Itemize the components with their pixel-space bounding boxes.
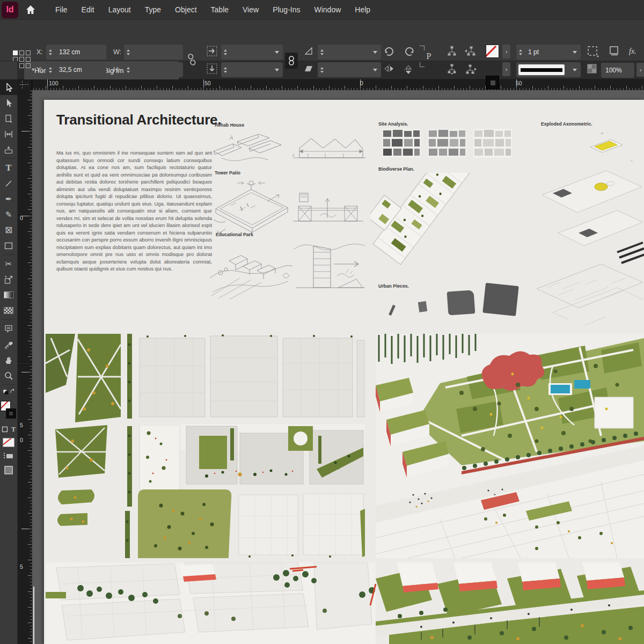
tool-gradient[interactable] bbox=[0, 287, 18, 303]
fill-color-swatch[interactable] bbox=[486, 45, 499, 58]
stroke-options-button[interactable]: › bbox=[502, 62, 510, 76]
sketch-tower-patio-section[interactable] bbox=[292, 190, 364, 228]
sketch-educational-park-section[interactable] bbox=[292, 238, 367, 298]
tool-line[interactable] bbox=[0, 175, 18, 191]
y-stepper[interactable] bbox=[46, 64, 55, 76]
sketch-tower-patio-axon[interactable] bbox=[209, 178, 292, 238]
document-page[interactable]: Transitional Architecture. Ma ius mi, qu… bbox=[44, 100, 644, 644]
stroke-style-field[interactable] bbox=[516, 62, 581, 77]
menu-edit[interactable]: Edit bbox=[75, 0, 101, 19]
label-exploded-axonometric[interactable]: Exploded Axonometric. bbox=[541, 121, 592, 127]
apply-none-button[interactable] bbox=[0, 435, 18, 449]
shear-stepper[interactable] bbox=[318, 64, 326, 76]
menu-plugins[interactable]: Plug-Ins bbox=[266, 0, 307, 19]
menu-help[interactable]: Help bbox=[348, 0, 377, 19]
rotation-angle-field[interactable] bbox=[318, 45, 381, 60]
opacity-field[interactable]: 100% bbox=[601, 63, 634, 78]
select-previous-object-button[interactable] bbox=[465, 46, 477, 56]
stroke-weight-field[interactable]: 1 pt bbox=[516, 45, 581, 60]
menu-file[interactable]: File bbox=[48, 0, 75, 19]
tool-gradient-feather[interactable] bbox=[0, 303, 18, 318]
label-rehab-house[interactable]: Rehab House bbox=[215, 122, 244, 128]
tool-gap[interactable] bbox=[0, 126, 18, 142]
view-options-icon[interactable] bbox=[0, 449, 18, 462]
opacity-value[interactable]: 100% bbox=[605, 67, 622, 74]
urban-piece-1[interactable] bbox=[389, 305, 396, 316]
opacity-icon[interactable] bbox=[587, 64, 597, 74]
home-icon[interactable] bbox=[21, 2, 40, 18]
select-content-down-button[interactable] bbox=[447, 64, 457, 75]
y-position-field[interactable]: 32,5 cm bbox=[46, 62, 106, 77]
swap-fill-stroke-icon[interactable] bbox=[0, 386, 18, 397]
y-value[interactable]: 32,5 cm bbox=[59, 66, 82, 74]
menu-view[interactable]: View bbox=[236, 0, 266, 19]
effects-button[interactable]: fx. bbox=[629, 47, 636, 56]
horizontal-ruler[interactable]: 100 50 0 50 bbox=[32, 79, 644, 90]
site-analysis-map-light[interactable] bbox=[473, 129, 512, 158]
label-biodiverse-plan[interactable]: Biodiverse Plan. bbox=[378, 166, 414, 172]
scale-x-stepper[interactable] bbox=[221, 46, 230, 58]
site-analysis-map-mid[interactable] bbox=[428, 129, 466, 158]
tool-pencil[interactable]: ✎ bbox=[0, 207, 18, 222]
tool-direct-selection[interactable] bbox=[0, 95, 18, 111]
vertical-ruler[interactable]: 0 5 0 5 bbox=[18, 90, 32, 644]
urban-piece-3[interactable] bbox=[447, 290, 475, 315]
tool-pen[interactable]: ✒ bbox=[0, 191, 18, 207]
ruler-origin-box[interactable] bbox=[18, 79, 32, 90]
shear-angle-field[interactable] bbox=[318, 62, 381, 77]
document-canvas[interactable]: Transitional Architecture. Ma ius mi, qu… bbox=[32, 90, 644, 644]
scale-x-field[interactable] bbox=[221, 45, 283, 60]
tool-zoom[interactable] bbox=[0, 368, 18, 383]
sketch-educational-park-axon[interactable] bbox=[208, 240, 294, 299]
menu-layout[interactable]: Layout bbox=[101, 0, 138, 19]
menu-object[interactable]: Object bbox=[168, 0, 203, 19]
opacity-options-button[interactable]: › bbox=[636, 63, 644, 77]
link-scale-button[interactable] bbox=[285, 53, 298, 69]
formatting-affects-text-icon[interactable]: T bbox=[11, 426, 16, 434]
menu-table[interactable]: Table bbox=[204, 0, 236, 19]
stroke-color-swatch[interactable] bbox=[486, 76, 499, 89]
indesign-logo[interactable]: Id bbox=[2, 2, 18, 18]
street-render-strip[interactable] bbox=[46, 562, 644, 644]
tool-rectangle[interactable] bbox=[0, 238, 18, 253]
sketch-rehab-house-axon[interactable] bbox=[210, 130, 291, 169]
tool-scissors[interactable]: ✂ bbox=[0, 256, 18, 272]
site-plan-map[interactable] bbox=[46, 334, 365, 558]
aerial-park-render[interactable] bbox=[376, 334, 644, 558]
page-title[interactable]: Transitional Architecture. bbox=[56, 112, 221, 128]
urban-piece-4[interactable] bbox=[482, 283, 519, 316]
w-stepper[interactable] bbox=[124, 46, 133, 58]
tool-content-collector[interactable] bbox=[0, 142, 18, 157]
select-content-up-button[interactable] bbox=[447, 46, 457, 56]
x-stepper[interactable] bbox=[46, 46, 55, 58]
stroke-weight-stepper[interactable] bbox=[516, 46, 525, 58]
page-body-text[interactable]: Ma ius mi, quo omnisinim il ine nonsequa… bbox=[56, 149, 212, 273]
site-analysis-map-dark[interactable] bbox=[382, 129, 421, 158]
exploded-axonometric-drawing[interactable] bbox=[537, 128, 644, 333]
scale-y-field[interactable] bbox=[221, 62, 283, 77]
rotate-ccw-button[interactable] bbox=[404, 46, 415, 57]
urban-piece-2[interactable] bbox=[418, 301, 427, 312]
tool-type[interactable]: T bbox=[0, 160, 18, 175]
fill-options-button[interactable]: › bbox=[502, 45, 510, 58]
h-stepper[interactable] bbox=[124, 64, 133, 76]
stroke-weight-value[interactable]: 1 pt bbox=[528, 48, 539, 56]
tool-hand[interactable] bbox=[0, 352, 18, 368]
tool-frame[interactable]: ⊠ bbox=[0, 222, 18, 238]
screen-mode-button[interactable] bbox=[0, 462, 18, 478]
flip-horizontal-button[interactable] bbox=[383, 64, 395, 74]
rotation-stepper[interactable] bbox=[318, 46, 326, 58]
tool-free-transform[interactable] bbox=[0, 272, 18, 287]
corner-options-button[interactable] bbox=[587, 46, 599, 57]
label-tower-patio[interactable]: Tower Patio bbox=[215, 170, 240, 175]
tool-selection[interactable] bbox=[0, 79, 18, 95]
x-position-field[interactable]: 132 cm bbox=[46, 45, 106, 60]
toolbar-stroke-swatch[interactable] bbox=[6, 408, 16, 419]
select-next-object-button[interactable] bbox=[465, 64, 477, 75]
flip-vertical-button[interactable] bbox=[404, 64, 413, 76]
width-field[interactable] bbox=[124, 45, 183, 60]
constrain-proportions-icon[interactable] bbox=[187, 53, 196, 66]
rotate-cw-button[interactable] bbox=[383, 46, 395, 57]
sketch-rehab-house-section[interactable] bbox=[292, 132, 367, 163]
tool-eyedropper[interactable] bbox=[0, 336, 18, 352]
